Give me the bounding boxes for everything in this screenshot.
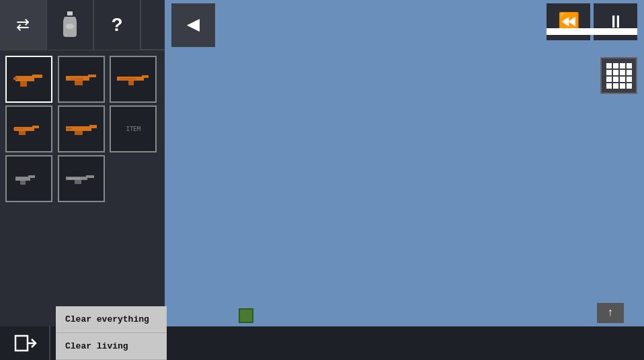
back-triangle-icon: ◀ — [187, 15, 200, 36]
smg2-icon — [12, 119, 46, 139]
progress-bar-fill — [547, 28, 637, 35]
svg-rect-24 — [20, 181, 26, 185]
top-toolbar: ⇄ ? — [0, 0, 165, 50]
swap-button[interactable]: ⇄ — [0, 0, 47, 50]
svg-rect-16 — [19, 131, 26, 135]
svg-rect-29 — [15, 336, 28, 351]
svg-rect-2 — [15, 76, 34, 81]
help-icon: ? — [111, 14, 122, 36]
svg-rect-15 — [32, 126, 39, 128]
svg-rect-4 — [20, 81, 27, 87]
weapon-cell-5[interactable] — [58, 105, 105, 152]
svg-rect-5 — [13, 77, 17, 80]
clear-living-button[interactable]: Clear living — [56, 333, 167, 360]
svg-rect-11 — [142, 75, 149, 78]
weapon-cell-4[interactable] — [5, 105, 52, 152]
left-sidebar: ⇄ ? — [0, 0, 165, 326]
svg-rect-17 — [13, 128, 24, 130]
svg-rect-13 — [120, 78, 136, 80]
pistol-icon — [12, 69, 46, 89]
context-menu: Clear everything Clear living — [56, 306, 167, 360]
svg-rect-9 — [70, 78, 83, 80]
arrow-up-icon: ↑ — [607, 307, 614, 319]
bottom-right-object: ↑ — [597, 303, 624, 323]
svg-rect-19 — [89, 125, 97, 128]
bottle-button[interactable] — [47, 0, 94, 50]
exit-button[interactable] — [0, 326, 50, 360]
clear-everything-button[interactable]: Clear everything — [56, 306, 167, 333]
svg-rect-28 — [68, 178, 80, 179]
svg-rect-8 — [75, 81, 83, 85]
swap-icon: ⇄ — [16, 15, 30, 34]
svg-rect-23 — [28, 175, 35, 178]
grid-icon — [606, 63, 632, 89]
weapon-grid: ITEM — [0, 50, 165, 208]
svg-rect-0 — [67, 11, 73, 15]
back-button[interactable]: ◀ — [171, 3, 215, 47]
svg-rect-12 — [128, 81, 134, 85]
weapon-cell-3[interactable] — [110, 56, 157, 103]
rifle-icon — [116, 69, 150, 89]
svg-rect-20 — [75, 131, 83, 135]
rifle2-icon — [65, 169, 98, 189]
weapon-cell-6[interactable]: ITEM — [110, 105, 157, 152]
svg-rect-22 — [15, 177, 30, 181]
weapon-cell-1[interactable] — [5, 56, 52, 103]
weapon-cell-8[interactable] — [58, 155, 105, 202]
bottle-icon — [59, 11, 81, 38]
exit-icon — [13, 331, 37, 355]
svg-rect-27 — [75, 180, 81, 184]
shotgun-icon — [65, 119, 98, 139]
svg-point-1 — [66, 24, 74, 29]
svg-rect-21 — [66, 128, 71, 130]
game-object-green — [239, 308, 253, 323]
weapon-cell-7[interactable] — [5, 155, 52, 202]
svg-rect-3 — [32, 75, 42, 78]
svg-rect-26 — [86, 175, 94, 178]
weapon-cell-2[interactable] — [58, 56, 105, 103]
svg-rect-7 — [88, 75, 96, 77]
grid-toggle-button[interactable] — [600, 57, 637, 94]
help-button[interactable]: ? — [94, 0, 141, 50]
game-area[interactable]: ▲ — [165, 0, 644, 326]
progress-bar[interactable] — [547, 28, 637, 35]
pistol2-icon — [12, 169, 46, 189]
text-item-label: ITEM — [126, 126, 140, 132]
smg-icon — [65, 69, 98, 89]
